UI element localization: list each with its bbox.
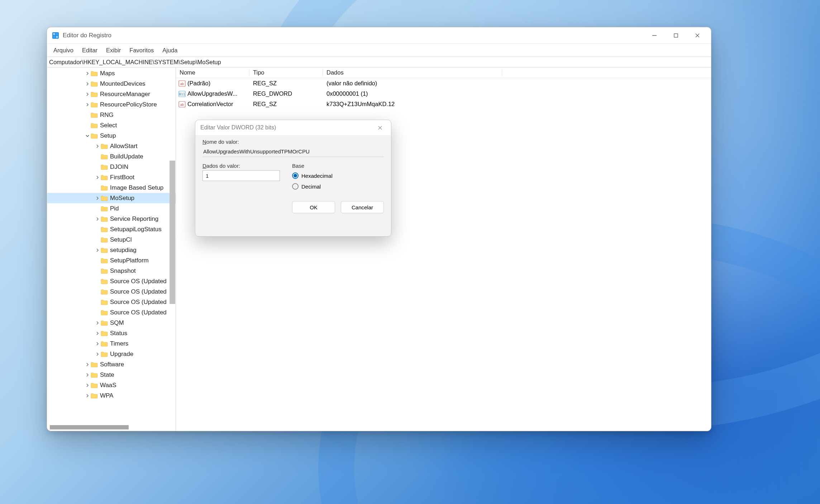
tree-node[interactable]: ResourcePolicyStore	[47, 99, 176, 110]
tree-node[interactable]: Status	[47, 328, 176, 338]
folder-icon	[101, 175, 108, 180]
expander-closed-icon[interactable]	[94, 176, 101, 179]
radio-hexadecimal[interactable]: Hexadecimal	[292, 170, 384, 181]
tree-node[interactable]: SetupPlatform	[47, 255, 176, 266]
expander-closed-icon[interactable]	[84, 394, 91, 398]
expander-closed-icon[interactable]	[94, 321, 101, 325]
tree-horizontal-scrollbar[interactable]	[50, 425, 129, 429]
tree-node[interactable]: AllowStart	[47, 141, 176, 151]
tree-node[interactable]: BuildUpdate	[47, 151, 176, 162]
tree-node[interactable]: Service Reporting	[47, 214, 176, 224]
expander-closed-icon[interactable]	[94, 352, 101, 356]
folder-icon	[101, 351, 108, 357]
tree-node[interactable]: FirstBoot	[47, 172, 176, 182]
column-type[interactable]: Tipo	[249, 69, 323, 76]
expander-closed-icon[interactable]	[84, 92, 91, 96]
minimize-button[interactable]	[644, 28, 665, 43]
expander-closed-icon[interactable]	[84, 373, 91, 377]
tree-node-label: Timers	[110, 340, 128, 347]
address-bar[interactable]: Computador\HKEY_LOCAL_MACHINE\SYSTEM\Set…	[47, 57, 711, 67]
titlebar[interactable]: Editor do Registro	[47, 27, 711, 44]
value-type: REG_DWORD	[249, 90, 323, 97]
menu-file[interactable]: Arquivo	[49, 45, 78, 56]
tree-node-label: ResourceManager	[100, 91, 150, 98]
tree-node[interactable]: Software	[47, 359, 176, 370]
maximize-button[interactable]	[665, 28, 687, 43]
radio-decimal[interactable]: Decimal	[292, 181, 384, 192]
expander-closed-icon[interactable]	[84, 72, 91, 75]
ok-button[interactable]: OK	[292, 201, 335, 213]
tree-node[interactable]: Maps	[47, 68, 176, 79]
tree-node[interactable]: Snapshot	[47, 266, 176, 276]
tree-node[interactable]: setupdiag	[47, 245, 176, 255]
cancel-button[interactable]: Cancelar	[341, 201, 384, 213]
expander-closed-icon[interactable]	[84, 363, 91, 366]
tree-node[interactable]: Image Based Setup	[47, 182, 176, 193]
dialog-close-button[interactable]	[374, 122, 386, 134]
tree-vertical-scrollbar[interactable]	[170, 161, 175, 304]
tree-node[interactable]: ResourceManager	[47, 89, 176, 99]
tree-node-label: Service Reporting	[110, 215, 158, 223]
menu-favorites[interactable]: Favoritos	[125, 45, 158, 56]
value-type: REG_SZ	[249, 80, 323, 87]
tree-node-label: Image Based Setup	[110, 184, 163, 191]
tree-node[interactable]: Upgrade	[47, 349, 176, 359]
tree-node[interactable]: WaaS	[47, 380, 176, 390]
folder-icon	[101, 341, 108, 347]
tree-node-label: Maps	[100, 70, 115, 77]
menu-help[interactable]: Ajuda	[158, 45, 182, 56]
expander-closed-icon[interactable]	[84, 384, 91, 387]
tree-node[interactable]: State	[47, 370, 176, 380]
menu-view[interactable]: Exibir	[102, 45, 125, 56]
tree-node-label: Pid	[110, 205, 119, 212]
tree-node[interactable]: MoSetup	[47, 193, 176, 203]
menubar: Arquivo Editar Exibir Favoritos Ajuda	[47, 44, 711, 57]
folder-icon	[91, 362, 98, 367]
close-button[interactable]	[687, 28, 708, 43]
tree-node[interactable]: WPA	[47, 390, 176, 401]
tree-node-label: State	[100, 371, 114, 379]
tree-node-label: Source OS (Updated	[110, 299, 167, 306]
dialog-title: Editar Valor DWORD (32 bits)	[200, 124, 276, 131]
tree-node[interactable]: DJOIN	[47, 162, 176, 172]
tree-node-label: AllowStart	[110, 143, 138, 150]
value-row[interactable]: abCorrelationVectorREG_SZk733Q+Z13UmMqaK…	[176, 99, 711, 109]
expander-closed-icon[interactable]	[94, 144, 101, 148]
reg-sz-icon: ab	[178, 100, 186, 108]
tree-node[interactable]: Source OS (Updated	[47, 286, 176, 297]
svg-text:011: 011	[179, 92, 185, 96]
folder-icon	[101, 247, 108, 253]
tree-node[interactable]: Source OS (Updated	[47, 307, 176, 318]
expander-closed-icon[interactable]	[94, 342, 101, 346]
tree-node[interactable]: Pid	[47, 203, 176, 214]
folder-icon	[101, 206, 108, 211]
value-name-field[interactable]	[202, 146, 384, 157]
menu-edit[interactable]: Editar	[78, 45, 102, 56]
expander-open-icon[interactable]	[84, 134, 91, 138]
expander-closed-icon[interactable]	[84, 103, 91, 106]
folder-icon	[101, 299, 108, 305]
value-row[interactable]: ab(Padrão)REG_SZ(valor não definido)	[176, 78, 711, 89]
tree-node[interactable]: Source OS (Updated	[47, 276, 176, 286]
address-text: Computador\HKEY_LOCAL_MACHINE\SYSTEM\Set…	[49, 59, 221, 66]
expander-closed-icon[interactable]	[94, 248, 101, 252]
tree-node[interactable]: Source OS (Updated	[47, 297, 176, 307]
value-row[interactable]: 011AllowUpgradesW...REG_DWORD0x00000001 …	[176, 89, 711, 99]
tree-node[interactable]: SetupCl	[47, 234, 176, 245]
folder-icon	[101, 237, 108, 243]
expander-closed-icon[interactable]	[94, 332, 101, 335]
expander-closed-icon[interactable]	[94, 217, 101, 221]
expander-closed-icon[interactable]	[94, 196, 101, 200]
value-data-field[interactable]	[202, 170, 280, 181]
tree-node[interactable]: MountedDevices	[47, 79, 176, 89]
tree-node[interactable]: Setup	[47, 130, 176, 141]
tree-node[interactable]: RNG	[47, 110, 176, 120]
tree-node[interactable]: SetupapiLogStatus	[47, 224, 176, 234]
tree-node[interactable]: Timers	[47, 338, 176, 349]
column-name[interactable]: Nome	[176, 69, 249, 76]
column-data[interactable]: Dados	[323, 69, 502, 76]
svg-rect-6	[674, 34, 678, 37]
tree-node[interactable]: SQM	[47, 318, 176, 328]
expander-closed-icon[interactable]	[84, 82, 91, 86]
tree-node[interactable]: Select	[47, 120, 176, 130]
